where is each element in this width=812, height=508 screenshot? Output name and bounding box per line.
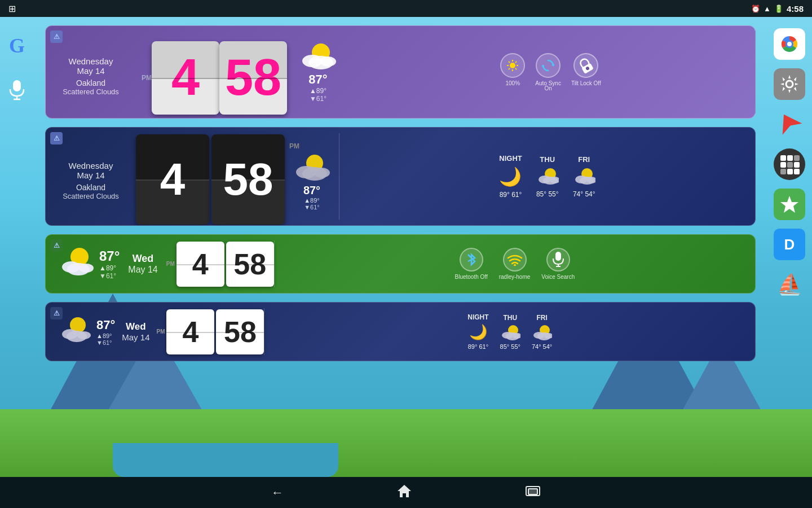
widget-2-night-temps: 89° 61° xyxy=(500,191,522,199)
widget-2-temp-range: ▲89° ▼61° xyxy=(304,197,320,211)
widget-1-auto-sync[interactable]: Auto Sync On xyxy=(535,53,561,91)
tilt-lock-label: Tilt Lock Off xyxy=(571,80,601,86)
widget-2-temp-area: PM 87° ▲89° ▼61° xyxy=(285,142,339,211)
sidebar-item-settings[interactable] xyxy=(774,68,805,100)
widget-2-forecast: NIGHT 🌙 89° 61° THU 85° 55° xyxy=(339,154,755,199)
bluetooth-icon[interactable] xyxy=(460,248,483,271)
widget-1-weather-icon xyxy=(295,41,341,72)
home-button[interactable] xyxy=(396,483,412,502)
svg-point-63 xyxy=(514,264,516,266)
widget-2-day: Wednesday xyxy=(54,161,127,170)
brightness-icon[interactable] xyxy=(500,53,525,78)
widget-3-wifi[interactable]: radley-home xyxy=(499,248,531,280)
grid-icon: ⊞ xyxy=(8,3,16,14)
widget-1-settings: 100% Auto Sync On xyxy=(346,53,755,91)
widget-1-date: May 14 xyxy=(54,66,127,76)
widget-4-night-temps: 89° 61° xyxy=(468,343,488,350)
bluetooth-label: Bluetooth Off xyxy=(455,274,488,280)
widget-4-thu-icon xyxy=(500,324,520,341)
recents-button[interactable] xyxy=(525,484,541,501)
widget-1-minute: 58 xyxy=(219,41,287,115)
widget-1-current-temp: 87° xyxy=(308,72,327,87)
svg-point-62 xyxy=(79,264,94,273)
mic-button[interactable] xyxy=(8,80,25,104)
battery-icon: 🔋 xyxy=(774,5,783,13)
sidebar-item-dictionary[interactable]: D xyxy=(774,229,805,260)
widget-1-brightness[interactable]: 100% xyxy=(500,53,525,91)
auto-sync-state: On xyxy=(544,85,551,91)
widget-4-temp-info: 87° ▲89° ▼61° xyxy=(96,318,115,346)
widget-2-minute: 58 xyxy=(211,134,285,225)
widget-3-minute: 58 xyxy=(226,242,274,287)
widget-1-tilt-lock[interactable]: Tilt Lock Off xyxy=(571,53,601,91)
svg-line-39 xyxy=(515,68,517,69)
widget-3-weather-icon xyxy=(57,246,96,282)
widget-3-voice[interactable]: Voice Search xyxy=(541,248,575,280)
wifi-label: radley-home xyxy=(499,274,531,280)
sidebar-item-chrome[interactable] xyxy=(774,28,805,60)
svg-rect-81 xyxy=(528,489,537,494)
widget-3-date-area: Wed May 14 xyxy=(120,253,166,275)
widget-2-night-icon: 🌙 xyxy=(499,166,522,187)
sidebar-item-boat[interactable]: ⛵ xyxy=(774,269,805,300)
svg-point-70 xyxy=(77,331,91,339)
widget-2-night-label: NIGHT xyxy=(499,154,522,163)
sidebar-item-star[interactable] xyxy=(774,189,805,220)
svg-rect-64 xyxy=(555,252,561,261)
svg-marker-17 xyxy=(775,110,802,135)
svg-rect-21 xyxy=(794,155,800,161)
svg-rect-27 xyxy=(794,169,800,174)
sidebar-item-airplane[interactable] xyxy=(774,108,805,140)
voice-search-label: Voice Search xyxy=(541,274,575,280)
widget-1: ⚠ Wednesday May 14 Oakland Scattered Clo… xyxy=(45,25,756,119)
left-sidebar: G xyxy=(0,17,34,477)
widget-4-forecast: NIGHT 🌙 89° 61° THU 85° 55° F xyxy=(264,313,755,350)
svg-rect-20 xyxy=(787,155,793,161)
widget-2-forecast-fri: FRI 74° 54° xyxy=(573,155,595,198)
svg-rect-19 xyxy=(780,155,786,161)
widget-2-alert: ⚠ xyxy=(50,132,63,144)
status-right: ⏰ ▲ 🔋 4:58 xyxy=(751,4,804,14)
status-left: ⊞ xyxy=(8,3,16,14)
tilt-lock-icon[interactable] xyxy=(569,48,603,82)
svg-point-33 xyxy=(510,63,515,68)
widget-1-condition: Scattered Clouds xyxy=(54,87,127,96)
svg-rect-9 xyxy=(13,80,21,91)
voice-search-icon[interactable] xyxy=(546,248,570,271)
widget-2-thu-label: THU xyxy=(540,155,555,164)
widget-1-temp-area: 87° ▲89° ▼61° xyxy=(290,41,346,103)
svg-line-40 xyxy=(515,61,517,62)
widget-4-date-area: Wed May 14 xyxy=(115,321,156,342)
widget-1-ampm: PM xyxy=(142,74,152,82)
widget-2: ⚠ Wednesday May 14 Oakland Scattered Clo… xyxy=(45,127,756,226)
widget-1-city: Oakland xyxy=(54,78,127,87)
widget-3: ⚠ 87° ▲89° ▼61° Wed May 14 PM xyxy=(45,234,756,294)
sidebar-item-grid[interactable] xyxy=(774,148,805,180)
widget-4-minute: 58 xyxy=(216,309,264,354)
widget-2-hour: 4 xyxy=(136,134,209,225)
widget-1-alert: ⚠ xyxy=(50,30,63,43)
nav-bar: ← xyxy=(0,477,812,508)
svg-marker-28 xyxy=(780,196,798,213)
widget-4-fri-temps: 74° 54° xyxy=(532,343,552,350)
main-content: ⚠ Wednesday May 14 Oakland Scattered Clo… xyxy=(34,17,767,477)
widget-4-ampm: PM xyxy=(156,329,165,335)
auto-sync-icon[interactable] xyxy=(536,53,561,78)
widget-3-clock: PM 4 58 xyxy=(166,242,274,287)
svg-point-50 xyxy=(314,168,330,178)
svg-rect-26 xyxy=(787,169,793,174)
google-button[interactable]: G xyxy=(9,34,25,58)
svg-marker-43 xyxy=(541,65,545,68)
svg-rect-22 xyxy=(780,162,786,168)
widget-4-night-icon: 🌙 xyxy=(469,323,487,341)
back-button[interactable]: ← xyxy=(271,485,284,500)
widget-2-condition: Scattered Clouds xyxy=(54,192,127,200)
widget-4-forecast-fri: FRI 74° 54° xyxy=(532,314,552,350)
widget-4: ⚠ 87° ▲89° ▼61° Wed May 14 PM xyxy=(45,302,756,361)
brightness-label: 100% xyxy=(506,80,520,86)
status-time: 4:58 xyxy=(787,4,804,14)
widget-2-forecast-night: NIGHT 🌙 89° 61° xyxy=(499,154,522,199)
widget-3-bluetooth[interactable]: Bluetooth Off xyxy=(455,248,488,280)
wifi-action-icon[interactable] xyxy=(503,248,527,271)
svg-line-41 xyxy=(509,68,510,69)
